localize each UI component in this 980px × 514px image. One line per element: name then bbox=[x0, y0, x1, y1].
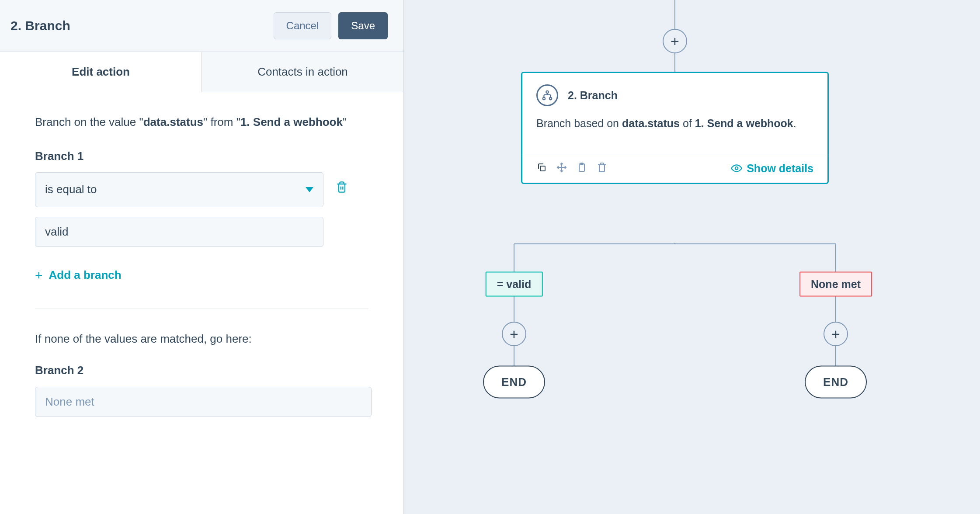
tab-edit-action[interactable]: Edit action bbox=[0, 52, 202, 92]
desc-field: data.status bbox=[143, 115, 203, 128]
end-node-valid: END bbox=[483, 366, 545, 399]
panel-body: Branch on the value "data.status" from "… bbox=[0, 92, 403, 457]
operator-select-value: is equal to bbox=[45, 181, 97, 199]
desc-mid: " from " bbox=[203, 115, 240, 128]
workflow-canvas[interactable]: + 2. Branch Branch based on data.status … bbox=[404, 0, 980, 514]
desc-post: " bbox=[343, 115, 347, 128]
panel-tabs: Edit action Contacts in action bbox=[0, 52, 403, 92]
operator-select[interactable]: is equal to bbox=[35, 172, 323, 207]
add-step-none-branch[interactable]: + bbox=[824, 322, 848, 346]
delete-node-button[interactable] bbox=[597, 162, 607, 174]
svg-point-11 bbox=[735, 167, 738, 170]
branch1-operator-row: is equal to bbox=[35, 172, 368, 207]
trash-icon bbox=[597, 162, 607, 173]
add-step-top[interactable]: + bbox=[663, 29, 687, 53]
branch-icon bbox=[536, 84, 558, 106]
add-branch-button[interactable]: + Add a branch bbox=[35, 266, 368, 285]
svg-point-7 bbox=[549, 97, 552, 100]
add-step-valid-branch[interactable]: + bbox=[502, 322, 526, 346]
branch1-label: Branch 1 bbox=[35, 147, 368, 166]
clone-button[interactable] bbox=[536, 162, 547, 174]
card-body-pre: Branch based on bbox=[536, 117, 622, 129]
plus-icon: + bbox=[831, 326, 840, 343]
card-body-mid: of bbox=[680, 117, 695, 129]
plus-icon: + bbox=[671, 33, 679, 50]
desc-source: 1. Send a webhook bbox=[240, 115, 343, 128]
branch-card-body: Branch based on data.status of 1. Send a… bbox=[522, 108, 827, 154]
branch-card-toolbar: Show details bbox=[522, 154, 827, 183]
card-body-post: . bbox=[793, 117, 796, 129]
branch2-label: Branch 2 bbox=[35, 361, 368, 380]
divider bbox=[35, 309, 368, 309]
tab-contacts-in-action[interactable]: Contacts in action bbox=[202, 52, 403, 92]
move-button[interactable] bbox=[556, 162, 567, 174]
show-details-label: Show details bbox=[747, 162, 813, 175]
end-node-none: END bbox=[805, 366, 867, 399]
branch2-name-input[interactable] bbox=[35, 387, 372, 417]
panel-header: 2. Branch Cancel Save bbox=[0, 0, 403, 52]
branch1-value-input[interactable] bbox=[35, 217, 323, 247]
cancel-button[interactable]: Cancel bbox=[274, 12, 332, 39]
side-panel: 2. Branch Cancel Save Edit action Contac… bbox=[0, 0, 404, 514]
move-icon bbox=[556, 162, 567, 173]
copy-icon bbox=[536, 162, 547, 173]
eye-icon bbox=[731, 163, 742, 174]
panel-header-buttons: Cancel Save bbox=[274, 12, 388, 39]
branch-path-valid[interactable]: = valid bbox=[486, 272, 543, 297]
delete-branch-button[interactable] bbox=[336, 180, 348, 200]
branch-node-card[interactable]: 2. Branch Branch based on data.status of… bbox=[521, 72, 829, 184]
trash-icon bbox=[336, 180, 348, 194]
save-button[interactable]: Save bbox=[338, 12, 388, 39]
panel-title: 2. Branch bbox=[10, 18, 70, 33]
branch-description: Branch on the value "data.status" from "… bbox=[35, 113, 368, 132]
plus-icon: + bbox=[510, 326, 518, 343]
svg-point-6 bbox=[543, 97, 545, 100]
svg-point-5 bbox=[546, 91, 548, 93]
svg-rect-8 bbox=[540, 166, 545, 171]
card-body-field: data.status bbox=[622, 117, 680, 129]
card-body-source: 1. Send a webhook bbox=[695, 117, 793, 129]
show-details-button[interactable]: Show details bbox=[731, 162, 813, 175]
chevron-down-icon bbox=[306, 187, 313, 192]
desc-pre: Branch on the value " bbox=[35, 115, 143, 128]
branch-card-header: 2. Branch bbox=[522, 73, 827, 108]
add-branch-label: Add a branch bbox=[49, 266, 122, 285]
clipboard-icon bbox=[577, 162, 587, 173]
branch-path-none-met[interactable]: None met bbox=[799, 272, 872, 297]
fallback-description: If none of the values are matched, go he… bbox=[35, 330, 368, 348]
plus-icon: + bbox=[35, 269, 43, 282]
clipboard-button[interactable] bbox=[577, 162, 587, 174]
branch-card-title: 2. Branch bbox=[568, 89, 618, 102]
